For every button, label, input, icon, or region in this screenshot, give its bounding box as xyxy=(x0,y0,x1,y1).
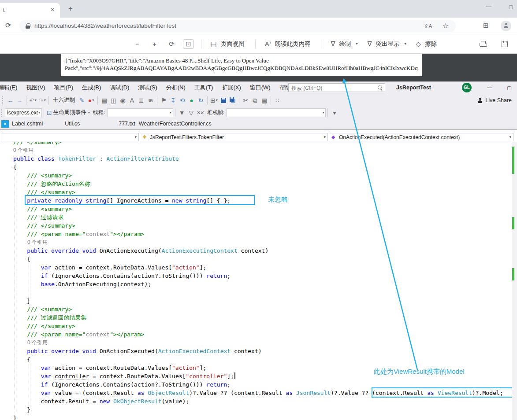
combo-value: isexpress.exe xyxy=(7,110,38,116)
erase-button[interactable]: ◇擦除 xyxy=(415,39,439,49)
crossed-threads-icon[interactable]: ×× xyxy=(196,108,205,118)
hex-display-button[interactable]: 十六进制 xyxy=(51,96,77,105)
wrap-lines-icon[interactable]: ≋ xyxy=(146,96,155,105)
codelens-references[interactable]: 0 个引用 xyxy=(0,339,517,347)
print-button[interactable] xyxy=(478,39,487,49)
tab-777-txt[interactable]: 777.txt xyxy=(119,121,135,127)
tab-weatherforecastcontroller-cs[interactable]: WeatherForecastController.cs xyxy=(139,121,212,127)
menu-p[interactable]: 项目(P) xyxy=(50,82,78,93)
icon-glyph: ∷ xyxy=(275,97,279,103)
paste-icon[interactable]: ▤ xyxy=(260,96,269,105)
stack-frame-combo[interactable]: ▾ xyxy=(227,108,326,117)
menu-s[interactable]: 测试(S) xyxy=(134,82,161,93)
page-view-button[interactable]: ▤页面视图 xyxy=(210,39,247,49)
menu-b[interactable]: 生成(B) xyxy=(78,82,105,93)
thread-combo[interactable]: ▾ xyxy=(107,108,173,117)
live-share-button[interactable]: Live Share xyxy=(477,93,512,107)
favorites-star-icon[interactable]: ☆ xyxy=(443,22,449,30)
document-tab-strip: ✕Label.cshtmlUtil.cs777.txtWeatherForeca… xyxy=(0,118,517,130)
refresh-icon[interactable]: ⟲ xyxy=(178,96,187,105)
menu-d[interactable]: 调试(D) xyxy=(105,82,134,93)
account-avatar[interactable]: GL xyxy=(462,83,472,92)
navigate-backward-icon[interactable]: ← xyxy=(6,96,15,105)
continue-icon[interactable]: ● xyxy=(187,96,196,105)
live-share-label: Live Share xyxy=(485,97,512,103)
save-file-button[interactable] xyxy=(500,39,509,49)
cut-icon[interactable]: ✂ xyxy=(241,96,250,105)
profile-avatar[interactable] xyxy=(501,21,511,31)
menu-t[interactable]: 工具(T) xyxy=(190,82,218,93)
toolbar-grip[interactable] xyxy=(1,109,2,117)
toolbar-grip[interactable] xyxy=(2,96,3,104)
split-columns-icon[interactable]: ◫ xyxy=(109,96,118,105)
step-into-icon[interactable]: ↧ xyxy=(168,96,178,105)
chevron-down-icon: ▾ xyxy=(322,111,324,114)
browser-minimize-button[interactable]: — xyxy=(480,1,497,12)
record-icon[interactable]: ●▾ xyxy=(86,96,96,105)
project-dropdown[interactable]: ▾ xyxy=(1,133,139,141)
rotate-icon[interactable]: ⟳ xyxy=(167,39,176,49)
browser-maximize-button[interactable]: ▢ xyxy=(502,1,517,12)
redo-icon[interactable]: ↷▾ xyxy=(37,96,47,105)
banner-line: {"fnsku":"X003O97GHR","title":"Amazon Ba… xyxy=(65,57,418,64)
url-text[interactable]: https://localhost:44382/weatherforecast/… xyxy=(34,22,176,29)
code-line: /// <param name="context"></param> xyxy=(0,230,517,238)
vs-minimize-button[interactable]: — xyxy=(481,82,498,93)
lifecycle-events-button[interactable]: ⊡生命周期事件▾ xyxy=(46,108,91,118)
restart-icon[interactable]: ↻ xyxy=(196,96,205,105)
zoom-out-icon[interactable]: − xyxy=(133,39,142,49)
menu-n[interactable]: 分析(N) xyxy=(162,82,190,93)
menu-x[interactable]: 扩展(X) xyxy=(217,82,245,93)
menu-w[interactable]: 窗口(W) xyxy=(245,82,275,93)
icon-glyph: ⟳ xyxy=(169,41,175,47)
address-bar[interactable]: https://localhost:44382/weatherforecast/… xyxy=(19,20,456,32)
document-outline-icon[interactable]: ▤ xyxy=(100,96,109,105)
code-editor[interactable]: /// </summary>0 个引用public class TokenFil… xyxy=(0,142,517,420)
flag-icon[interactable]: ⚑ xyxy=(159,96,168,105)
read-aloud-button[interactable]: A⁾朗读此页内容 xyxy=(264,39,313,49)
editor-scrollbar[interactable] xyxy=(512,142,517,420)
zoom-in-icon[interactable]: + xyxy=(150,39,159,49)
highlight-button[interactable]: ∇突出显示▾ xyxy=(367,39,407,49)
close-tab-icon[interactable]: ✕ xyxy=(1,120,9,128)
collections-icon[interactable]: ⊞ xyxy=(483,22,489,29)
brush-icon[interactable]: ✎ xyxy=(77,96,86,105)
fit-to-page-icon[interactable]: ⊡ xyxy=(183,39,194,49)
new-tab-button[interactable]: + xyxy=(65,4,76,14)
navigate-forward-icon[interactable]: → xyxy=(15,96,24,105)
reload-icon[interactable]: ⟳ xyxy=(5,21,11,29)
search-box[interactable]: 搜索 (Ctrl+Q) xyxy=(288,83,385,92)
codelens-references[interactable]: 0 个引用 xyxy=(0,238,517,247)
font-case-icon[interactable]: A xyxy=(127,96,137,105)
type-dropdown[interactable]: ❖ JsReportTest.Filters.TokenFilter ▾ xyxy=(140,133,328,141)
toolbar-overflow-icon[interactable]: ∷ xyxy=(273,96,282,105)
target-circle-icon[interactable]: ◉ xyxy=(118,96,127,105)
copy-icon[interactable]: ⧉ xyxy=(250,96,260,105)
tab-label-cshtml[interactable]: Label.cshtml xyxy=(12,121,43,127)
save-all-icon[interactable] xyxy=(228,96,237,105)
codelens-references[interactable]: 0 个引用 xyxy=(0,146,517,155)
solution-name: JsReportTest xyxy=(396,82,431,93)
toolbar-label: 线程: xyxy=(93,109,105,116)
lock-icon[interactable] xyxy=(26,23,30,29)
translate-icon[interactable]: 文A xyxy=(424,23,432,29)
icon-glyph: ▤ xyxy=(211,41,217,47)
save-icon[interactable] xyxy=(219,96,228,105)
undo-icon[interactable]: ↶▾ xyxy=(28,96,37,105)
toolbar2-overflow-icon[interactable]: ▾ xyxy=(330,108,339,118)
tab-util-cs[interactable]: Util.cs xyxy=(65,121,80,127)
browser-tab[interactable]: t × xyxy=(0,3,60,18)
toolbar-separator xyxy=(175,108,175,117)
menu-e[interactable]: 编辑(E) xyxy=(0,82,22,93)
close-tab-icon[interactable]: × xyxy=(48,6,56,14)
button-label: 朗读此页内容 xyxy=(273,40,312,48)
vs-maximize-button[interactable]: ▢ xyxy=(502,82,517,93)
debug-target-combo[interactable]: isexpress.exe▾ xyxy=(5,108,42,117)
filter-icon[interactable]: ▼ xyxy=(177,108,186,118)
flagged-only-icon[interactable]: ▽ xyxy=(186,108,196,118)
menu-v[interactable]: 视图(V) xyxy=(22,82,49,93)
windows-grid-icon[interactable]: ⊞▾ xyxy=(209,96,219,105)
list-lines-icon[interactable]: ≣ xyxy=(137,96,146,105)
draw-button[interactable]: ∇绘制▾ xyxy=(330,39,358,49)
member-dropdown[interactable]: ◆ OnActionExecuted(ActionExecutedContext… xyxy=(329,133,513,141)
